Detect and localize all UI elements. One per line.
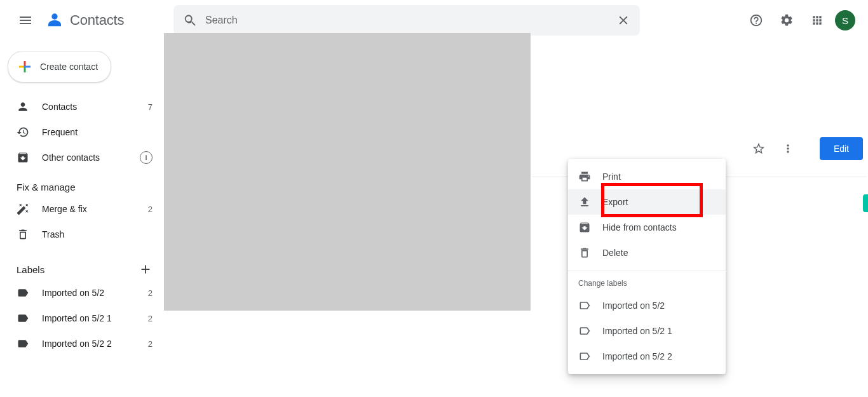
archive-icon — [17, 151, 29, 164]
plus-icon — [139, 262, 153, 276]
delete-icon — [578, 246, 591, 259]
contacts-logo-icon — [43, 9, 66, 32]
menu-item-hide[interactable]: Hide from contacts — [568, 215, 726, 240]
menu-label: Delete — [602, 248, 628, 258]
apps-button[interactable] — [804, 8, 830, 33]
menu-item-export[interactable]: Export — [568, 189, 726, 215]
create-contact-label: Create contact — [40, 62, 98, 72]
nav-label: Merge & fix — [42, 204, 148, 214]
settings-button[interactable] — [774, 8, 799, 33]
menu-label: Hide from contacts — [602, 222, 677, 232]
help-icon — [749, 13, 763, 27]
svg-rect-4 — [25, 66, 31, 68]
nav-label: Trash — [42, 229, 153, 239]
header-actions: S — [640, 8, 863, 33]
sidebar-item-trash[interactable]: Trash — [0, 222, 164, 247]
menu-label: Export — [602, 197, 628, 207]
export-icon — [578, 196, 591, 208]
sidebar-item-contacts[interactable]: Contacts 7 — [0, 94, 164, 119]
label-outline-icon — [578, 325, 591, 337]
label-text: Imported on 5/2 — [42, 288, 148, 298]
label-count: 2 — [148, 339, 153, 349]
help-button[interactable] — [743, 8, 769, 33]
nav-label: Other contacts — [42, 152, 140, 163]
label-icon — [17, 286, 29, 299]
history-icon — [17, 126, 29, 138]
sidebar-label-item[interactable]: Imported on 5/2 2 2 — [0, 331, 164, 356]
label-text: Imported on 5/2 2 — [42, 339, 148, 349]
hide-icon — [578, 221, 591, 234]
sidebar-item-frequent[interactable]: Frequent — [0, 119, 164, 145]
person-icon — [17, 100, 29, 113]
contact-actions: Edit — [746, 136, 863, 161]
trash-icon — [17, 228, 29, 241]
nav-count: 7 — [148, 102, 153, 112]
menu-label: Imported on 5/2 2 — [602, 351, 672, 361]
menu-item-delete[interactable]: Delete — [568, 240, 726, 266]
context-menu: Print Export Hide from contacts Delete C… — [568, 159, 726, 374]
gear-icon — [780, 13, 794, 27]
sidebar-label-item[interactable]: Imported on 5/2 2 — [0, 280, 164, 306]
sidebar-label-item[interactable]: Imported on 5/2 1 2 — [0, 306, 164, 331]
print-icon — [578, 170, 591, 183]
clear-search-button[interactable] — [611, 8, 636, 33]
redacted-region — [164, 33, 531, 311]
label-outline-icon — [578, 299, 591, 312]
svg-rect-1 — [24, 61, 26, 66]
label-text: Imported on 5/2 1 — [42, 313, 148, 323]
close-icon — [616, 13, 630, 27]
menu-label: Print — [602, 172, 621, 182]
svg-rect-5 — [24, 66, 26, 68]
sidebar-item-other-contacts[interactable]: Other contacts i — [0, 145, 164, 170]
label-icon — [17, 312, 29, 325]
main-menu-button[interactable] — [10, 5, 41, 36]
search-bar[interactable] — [173, 5, 640, 36]
svg-point-0 — [51, 13, 57, 19]
section-labels: Labels — [0, 247, 164, 280]
sidebar-item-merge-fix[interactable]: Merge & fix 2 — [0, 196, 164, 222]
menu-label-option[interactable]: Imported on 5/2 1 — [568, 318, 726, 344]
logo-area[interactable]: Contacts — [43, 9, 177, 32]
search-button[interactable] — [177, 8, 203, 33]
label-icon — [17, 337, 29, 350]
nav-label: Frequent — [42, 127, 153, 137]
star-icon — [752, 142, 766, 156]
menu-divider — [568, 271, 726, 271]
svg-rect-2 — [24, 67, 26, 72]
nav-count: 2 — [148, 205, 153, 214]
svg-rect-3 — [19, 66, 24, 68]
label-outline-icon — [578, 350, 591, 363]
add-label-button[interactable] — [139, 262, 153, 276]
search-input[interactable] — [203, 15, 611, 26]
label-count: 2 — [148, 314, 153, 323]
apps-icon — [811, 14, 824, 27]
section-title: Labels — [17, 264, 44, 275]
menu-icon — [18, 13, 33, 28]
app-title: Contacts — [70, 12, 124, 29]
create-contact-button[interactable]: Create contact — [8, 51, 111, 83]
menu-label: Imported on 5/2 — [602, 300, 665, 311]
side-panel-tab[interactable] — [863, 194, 868, 212]
nav-label: Contacts — [42, 102, 148, 112]
more-actions-button[interactable] — [775, 136, 801, 161]
menu-item-print[interactable]: Print — [568, 164, 726, 189]
menu-label: Imported on 5/2 1 — [602, 326, 672, 336]
main-content: Edit Print Export Hide from contacts Del… — [164, 41, 868, 397]
search-icon — [183, 13, 197, 27]
account-avatar[interactable]: S — [835, 10, 855, 30]
avatar-initial: S — [842, 15, 848, 26]
wand-icon — [17, 203, 29, 215]
menu-section-heading: Change labels — [568, 276, 726, 293]
section-fix-manage: Fix & manage — [0, 170, 164, 196]
info-icon[interactable]: i — [140, 151, 153, 164]
menu-label-option[interactable]: Imported on 5/2 2 — [568, 344, 726, 369]
more-vert-icon — [782, 142, 794, 155]
edit-button[interactable]: Edit — [820, 137, 863, 160]
plus-icon — [17, 59, 32, 74]
star-button[interactable] — [746, 136, 771, 161]
menu-label-option[interactable]: Imported on 5/2 — [568, 293, 726, 318]
section-title: Fix & manage — [17, 182, 76, 192]
sidebar: Create contact Contacts 7 Frequent Other… — [0, 41, 164, 397]
label-count: 2 — [148, 288, 153, 298]
